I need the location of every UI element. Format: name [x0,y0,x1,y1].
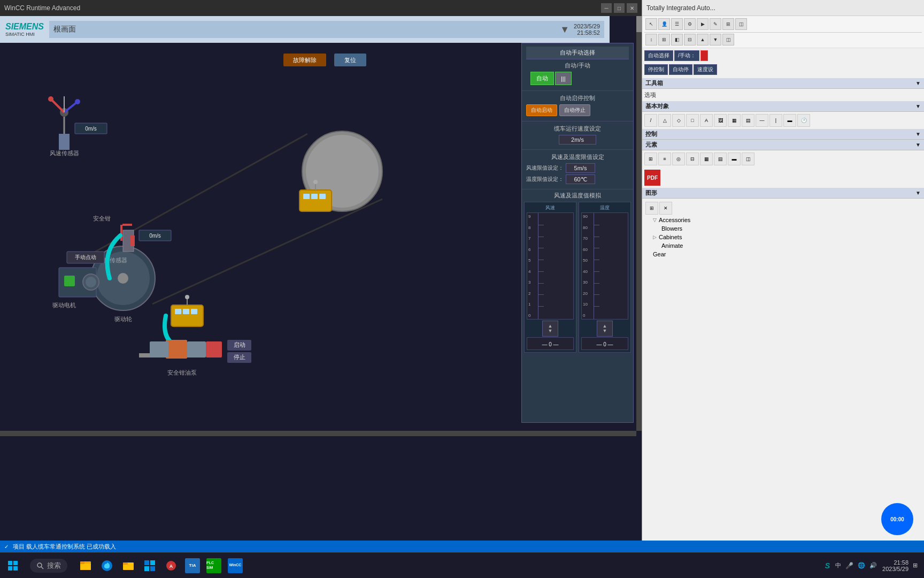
rp-layer-7[interactable]: ◫ [722,34,734,45]
rp-tool-5[interactable]: ▶ [697,18,709,30]
scrollbar-thumb [636,16,642,32]
rp-tool-1[interactable]: ↖ [645,18,657,30]
basic-objects-chevron[interactable]: ▼ [915,103,921,109]
wind-down-btn[interactable]: ▼ [548,329,553,333]
svg-rect-76 [150,566,155,571]
taskbar-explorer[interactable] [76,556,95,575]
temp-down-btn[interactable]: ▼ [603,329,607,333]
qa-manual-select[interactable]: /手动： [674,50,699,61]
rp-layer-1[interactable]: ↕ [645,34,657,45]
taskbar-wincc[interactable]: WinCC [226,556,245,575]
close-button[interactable]: ✕ [627,3,637,13]
taskbar-edge[interactable] [97,556,117,575]
elem-4[interactable]: ⊟ [686,153,699,165]
tree-accessories[interactable]: ▽ Accessories [644,216,922,224]
rp-layer-6[interactable]: ▼ [710,34,721,45]
pdf-icon[interactable]: PDF [644,170,660,186]
taskbar-folder[interactable] [119,556,138,575]
elem-7[interactable]: ▬ [728,153,741,165]
svg-rect-38 [122,224,132,226]
tool-line[interactable]: / [644,114,657,127]
taskbar-plcsim[interactable]: PLC SIM [204,556,224,575]
speed-input[interactable] [559,135,596,144]
rp-tool-4[interactable]: ⚙ [684,18,696,30]
gfx-tool-1[interactable]: ⊞ [645,202,658,215]
elem-1[interactable]: ⊞ [644,153,657,165]
tool-vline[interactable]: | [769,114,782,127]
rp-tool-2[interactable]: 👤 [658,18,670,30]
manual-indicator[interactable]: ||| [555,72,572,85]
svg-rect-61 [8,561,12,565]
volume-icon[interactable]: 🔊 [868,562,878,569]
tool-text[interactable]: A [700,114,713,127]
temp-limit-input[interactable] [566,174,595,184]
gfx-tool-2[interactable]: ✕ [659,202,672,215]
qa-red-btn[interactable] [700,50,708,61]
tool-clock-icon[interactable]: 🕐 [797,114,810,127]
elem-5[interactable]: ▦ [700,153,713,165]
mic-icon[interactable]: 🎤 [844,562,854,569]
tree-animate[interactable]: Animate [644,241,922,250]
elements-chevron[interactable]: ▼ [915,142,921,148]
tool-image[interactable]: 🖼 [714,114,727,127]
rp-tool-7[interactable]: ⊞ [722,18,734,30]
toolbox-header: 工具箱 ▼ [642,78,924,89]
auto-stop-button[interactable]: 自动停止 [559,104,590,116]
wind-tick-5: 5 [528,258,530,263]
ime-icon[interactable]: 中 [834,561,842,569]
rp-layer-3[interactable]: ◧ [671,34,683,45]
qa-stop-control[interactable]: 停控制 [644,64,668,75]
taskbar-app-icons: A TIA PLC SIM WinCC [76,556,245,575]
rp-tool-8[interactable]: ◫ [735,18,747,30]
rp-layer-4[interactable]: ⊟ [684,34,696,45]
tool-bar[interactable]: ▬ [783,114,796,127]
svg-text:安全钳: 安全钳 [93,215,111,222]
wind-tick-3: 3 [528,280,530,285]
tree-gear[interactable]: Gear [644,250,922,258]
qa-auto-select[interactable]: 自动选择 [644,50,673,61]
tool-shape[interactable]: ◇ [672,114,685,127]
vertical-scrollbar[interactable] [636,16,642,431]
rp-tool-6[interactable]: ✎ [710,18,721,30]
elem-6[interactable]: ▤ [714,153,727,165]
svg-rect-75 [144,566,149,571]
temp-tick-90: 90 [583,214,588,219]
wind-value: — 0 — [542,341,558,347]
auto-button[interactable]: 自动 [530,72,554,85]
toolbox-chevron[interactable]: ▼ [915,80,921,86]
tool-grid-1[interactable]: ▦ [728,114,741,127]
dropdown-arrow[interactable]: ▼ [560,24,569,35]
taskbar-app5[interactable]: A [161,556,181,575]
taskbar-search[interactable]: 搜索 [30,559,67,573]
elem-2[interactable]: ≡ [658,153,671,165]
qa-speed[interactable]: 速度设 [694,64,717,75]
start-button[interactable] [0,553,26,579]
tool-hline[interactable]: — [756,114,768,127]
taskbar-store[interactable] [140,556,159,575]
minimize-button[interactable]: ─ [601,3,612,13]
auto-start-button[interactable]: 自动启动 [526,104,557,116]
rp-layer-5[interactable]: ▲ [697,34,709,45]
qa-auto-stop[interactable]: 自动停 [669,64,692,75]
network-icon[interactable]: 🌐 [857,562,866,569]
tool-triangle[interactable]: △ [658,114,671,127]
gauge-area: 风速及温度值模拟 风速 9 8 7 6 5 4 3 2 [522,189,633,355]
taskbar-tia[interactable]: TIA [183,556,202,575]
rp-layer-2[interactable]: ⊞ [658,34,670,45]
auto-manual-section: 自动手动选择 自动/手动 自动 ||| [522,43,633,91]
tree-cabinets[interactable]: ▷ Cabinets [644,233,922,241]
notification-button[interactable]: ⊞ [913,562,918,569]
maximize-button[interactable]: □ [614,3,625,13]
wind-limit-input[interactable] [566,163,595,173]
graphics-chevron[interactable]: ▼ [915,190,921,196]
wind-tick-2: 2 [528,291,530,296]
tree-blowers[interactable]: Blowers [644,224,922,233]
rp-tool-3[interactable]: ☰ [671,18,683,30]
elem-8[interactable]: ◫ [742,153,754,165]
tool-grid-2[interactable]: ▤ [742,114,754,127]
elem-3[interactable]: ◎ [672,153,685,165]
taskbar-clock[interactable]: 21:58 2023/5/29 [882,559,908,572]
controls-chevron[interactable]: ▼ [915,131,921,137]
tool-rect[interactable]: □ [686,114,699,127]
horizontal-scrollbar[interactable] [0,431,636,436]
